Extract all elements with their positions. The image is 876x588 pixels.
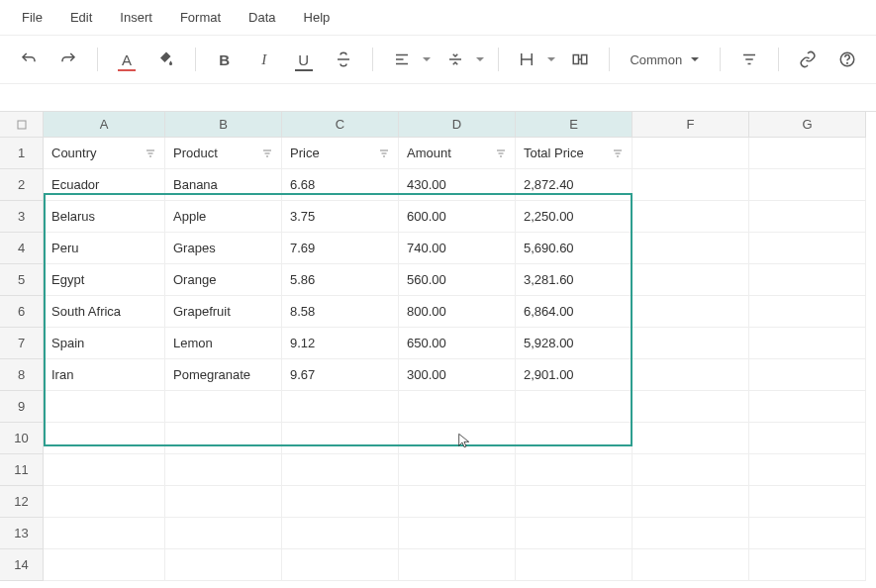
cell-D10[interactable]: [399, 423, 516, 454]
cell-C7[interactable]: 9.12: [282, 328, 399, 359]
column-header-B[interactable]: B: [165, 112, 282, 138]
cell-D9[interactable]: [399, 391, 516, 423]
cell-A5[interactable]: Egypt: [44, 264, 165, 296]
cell-A13[interactable]: [44, 518, 165, 549]
link-button[interactable]: [791, 44, 825, 75]
text-wrap-dropdown[interactable]: [545, 44, 557, 75]
cell-G11[interactable]: [749, 454, 866, 486]
cell-A11[interactable]: [44, 454, 165, 486]
cell-F2[interactable]: [633, 169, 749, 201]
filter-icon[interactable]: [143, 146, 158, 161]
row-header-5[interactable]: 5: [0, 264, 44, 296]
cell-E3[interactable]: 2,250.00: [516, 201, 633, 233]
cell-F1[interactable]: [633, 138, 749, 169]
cell-B13[interactable]: [165, 518, 282, 549]
cell-D14[interactable]: [399, 549, 516, 581]
cell-A12[interactable]: [44, 486, 165, 518]
horizontal-align-button[interactable]: [385, 44, 419, 75]
cell-G13[interactable]: [749, 518, 866, 549]
cell-D1[interactable]: Amount: [399, 138, 516, 169]
row-header-6[interactable]: 6: [0, 296, 44, 328]
cell-E10[interactable]: [516, 423, 633, 454]
cell-E5[interactable]: 3,281.60: [516, 264, 633, 296]
cell-E11[interactable]: [516, 454, 633, 486]
row-header-11[interactable]: 11: [0, 454, 44, 486]
cell-D3[interactable]: 600.00: [399, 201, 516, 233]
cell-E9[interactable]: [516, 391, 633, 423]
menu-item-help[interactable]: Help: [290, 6, 344, 29]
column-header-A[interactable]: A: [44, 112, 165, 138]
cell-F8[interactable]: [633, 359, 749, 391]
cell-D2[interactable]: 430.00: [399, 169, 516, 201]
cell-D13[interactable]: [399, 518, 516, 549]
cell-E12[interactable]: [516, 486, 633, 518]
merge-button[interactable]: [563, 44, 597, 75]
cell-F10[interactable]: [633, 423, 749, 454]
undo-button[interactable]: [12, 44, 46, 75]
cell-G6[interactable]: [749, 296, 866, 328]
vertical-align-dropdown[interactable]: [474, 44, 486, 75]
row-header-12[interactable]: 12: [0, 486, 44, 518]
cell-A7[interactable]: Spain: [44, 328, 165, 359]
select-all-corner[interactable]: [0, 112, 44, 138]
number-format-select[interactable]: Common: [622, 44, 708, 75]
cell-F12[interactable]: [633, 486, 749, 518]
filter-icon[interactable]: [610, 146, 626, 161]
cell-B12[interactable]: [165, 486, 282, 518]
cell-C12[interactable]: [282, 486, 399, 518]
cell-E1[interactable]: Total Price: [516, 138, 633, 169]
cell-A1[interactable]: Country: [44, 138, 165, 169]
cell-B3[interactable]: Apple: [165, 201, 282, 233]
cell-B7[interactable]: Lemon: [165, 328, 282, 359]
underline-button[interactable]: U: [287, 44, 321, 75]
row-header-7[interactable]: 7: [0, 328, 44, 359]
cell-G1[interactable]: [749, 138, 866, 169]
cell-F11[interactable]: [633, 454, 749, 486]
cell-A4[interactable]: Peru: [44, 233, 165, 264]
cell-B11[interactable]: [165, 454, 282, 486]
cell-C10[interactable]: [282, 423, 399, 454]
row-header-9[interactable]: 9: [0, 391, 44, 423]
cell-G5[interactable]: [749, 264, 866, 296]
menu-item-file[interactable]: File: [8, 6, 56, 29]
help-button[interactable]: [830, 44, 864, 75]
column-header-F[interactable]: F: [633, 112, 749, 138]
cell-A14[interactable]: [44, 549, 165, 581]
column-header-C[interactable]: C: [282, 112, 399, 138]
menu-item-data[interactable]: Data: [235, 6, 289, 29]
menu-item-insert[interactable]: Insert: [106, 6, 166, 29]
cell-C6[interactable]: 8.58: [282, 296, 399, 328]
cell-B4[interactable]: Grapes: [165, 233, 282, 264]
cell-C2[interactable]: 6.68: [282, 169, 399, 201]
cell-D5[interactable]: 560.00: [399, 264, 516, 296]
cell-E2[interactable]: 2,872.40: [516, 169, 633, 201]
cell-E13[interactable]: [516, 518, 633, 549]
cell-C8[interactable]: 9.67: [282, 359, 399, 391]
cell-C9[interactable]: [282, 391, 399, 423]
cell-F5[interactable]: [633, 264, 749, 296]
vertical-align-button[interactable]: [438, 44, 472, 75]
cell-G2[interactable]: [749, 169, 866, 201]
formula-bar[interactable]: [0, 84, 876, 112]
row-header-1[interactable]: 1: [0, 138, 44, 169]
italic-button[interactable]: I: [247, 44, 281, 75]
row-header-3[interactable]: 3: [0, 201, 44, 233]
menu-item-edit[interactable]: Edit: [56, 6, 106, 29]
cell-F14[interactable]: [633, 549, 749, 581]
cell-G9[interactable]: [749, 391, 866, 423]
cell-D8[interactable]: 300.00: [399, 359, 516, 391]
cell-C11[interactable]: [282, 454, 399, 486]
cell-D12[interactable]: [399, 486, 516, 518]
cell-B14[interactable]: [165, 549, 282, 581]
cell-B1[interactable]: Product: [165, 138, 282, 169]
fill-color-button[interactable]: [149, 44, 183, 75]
column-header-G[interactable]: G: [749, 112, 866, 138]
cell-B2[interactable]: Banana: [165, 169, 282, 201]
cell-E4[interactable]: 5,690.60: [516, 233, 633, 264]
text-wrap-button[interactable]: [511, 44, 544, 75]
cell-G8[interactable]: [749, 359, 866, 391]
cell-G7[interactable]: [749, 328, 866, 359]
cell-F9[interactable]: [633, 391, 749, 423]
column-header-D[interactable]: D: [399, 112, 516, 138]
cell-C14[interactable]: [282, 549, 399, 581]
